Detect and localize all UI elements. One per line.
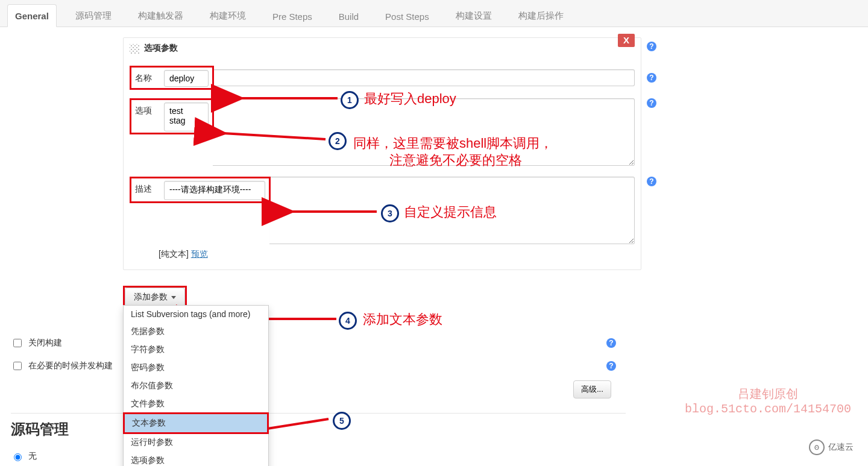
drag-handle-icon[interactable]	[130, 44, 139, 54]
form-body: 选项参数 X ? 名称 ? 选项 ? 描述	[0, 27, 650, 463]
add-param-button[interactable]: 添加参数	[125, 288, 185, 307]
watermark-line1: 吕建钊原创	[685, 386, 851, 402]
concurrent-checkbox[interactable]	[13, 362, 22, 370]
param-menu-item[interactable]: 运行时参数	[124, 433, 268, 452]
help-icon[interactable]: ?	[606, 338, 616, 348]
scm-none-label: 无	[28, 451, 37, 462]
concurrent-label: 在必要的时候并发构建	[28, 361, 113, 371]
close-build-label: 关闭构建	[28, 338, 62, 348]
choice-param-title: 选项参数	[144, 43, 178, 52]
close-build-checkbox[interactable]	[13, 339, 22, 347]
close-build-row: 关闭构建 ?	[11, 333, 626, 353]
param-name-row: 名称 ?	[130, 66, 635, 90]
tab-pre-steps[interactable]: Pre Steps	[265, 5, 320, 27]
chevron-down-icon	[171, 296, 176, 299]
param-desc-row: 描述 ?	[130, 177, 635, 244]
tab-build[interactable]: Build	[331, 5, 366, 27]
annotation-4-icon: 4	[339, 312, 357, 330]
brand-logo: ʘ 亿速云	[809, 439, 854, 455]
param-options-input[interactable]	[164, 102, 209, 131]
tab-env[interactable]: 构建环境	[202, 4, 254, 27]
add-param-dropdown: List Subversion tags (and more)凭据参数字符参数密…	[123, 305, 269, 466]
help-icon[interactable]: ?	[647, 73, 656, 83]
tab-post-actions[interactable]: 构建后操作	[511, 4, 571, 27]
tab-post-steps[interactable]: Post Steps	[377, 5, 437, 27]
help-icon[interactable]: ?	[647, 98, 656, 108]
param-name-input[interactable]	[164, 70, 209, 87]
param-desc-textarea[interactable]	[269, 177, 635, 244]
param-menu-item[interactable]: 文本参数	[125, 414, 267, 432]
help-icon[interactable]: ?	[606, 361, 616, 371]
brand-text: 亿速云	[828, 442, 854, 453]
param-menu-item[interactable]: 字符参数	[124, 341, 268, 359]
param-menu-item[interactable]: 密码参数	[124, 359, 268, 377]
scm-heading: 源码管理	[11, 420, 626, 439]
add-param-label: 添加参数	[134, 292, 168, 303]
param-desc-input[interactable]	[164, 181, 265, 200]
help-icon[interactable]: ?	[647, 42, 656, 51]
desc-format-row: [纯文本] 预览	[159, 249, 635, 260]
param-name-input-extra[interactable]	[213, 69, 635, 86]
watermark: 吕建钊原创 blog.51cto.com/14154700	[685, 386, 851, 416]
param-desc-label: 描述	[135, 181, 164, 195]
brand-icon: ʘ	[809, 439, 825, 455]
config-tabs: General 源码管理 构建触发器 构建环境 Pre Steps Build …	[0, 0, 868, 27]
section-separator	[11, 413, 626, 414]
param-options-row: 选项 ?	[130, 98, 635, 166]
annotation-4-text: 添加文本参数	[363, 310, 442, 329]
choice-parameter-block: 选项参数 X ? 名称 ? 选项 ? 描述	[123, 37, 641, 270]
tab-triggers[interactable]: 构建触发器	[130, 4, 191, 27]
help-icon[interactable]: ?	[647, 177, 656, 186]
watermark-line2: blog.51cto.com/14154700	[685, 402, 851, 416]
param-menu-item[interactable]: 选项参数	[124, 452, 268, 466]
add-param-wrap: 添加参数 List Subversion tags (and more)凭据参数…	[123, 280, 628, 309]
advanced-button[interactable]: 高级...	[573, 380, 611, 398]
param-options-label: 选项	[135, 102, 164, 116]
tab-scm[interactable]: 源码管理	[68, 4, 119, 27]
tab-settings[interactable]: 构建设置	[448, 4, 500, 27]
scm-none-row: 无	[11, 446, 626, 466]
param-menu-item[interactable]: List Subversion tags (and more)	[124, 306, 268, 323]
delete-button[interactable]: X	[618, 34, 635, 47]
plain-text-label: [纯文本]	[159, 249, 189, 259]
param-menu-item[interactable]: 布尔值参数	[124, 377, 268, 395]
scm-none-radio[interactable]	[14, 453, 22, 461]
param-menu-item[interactable]: 文件参数	[124, 395, 268, 413]
preview-link[interactable]: 预览	[191, 249, 208, 259]
tab-general[interactable]: General	[7, 4, 57, 27]
concurrent-row: 在必要的时候并发构建 ?	[11, 356, 626, 376]
param-options-textarea[interactable]	[213, 98, 635, 166]
param-menu-item[interactable]: 凭据参数	[124, 323, 268, 341]
param-name-label: 名称	[135, 73, 164, 84]
